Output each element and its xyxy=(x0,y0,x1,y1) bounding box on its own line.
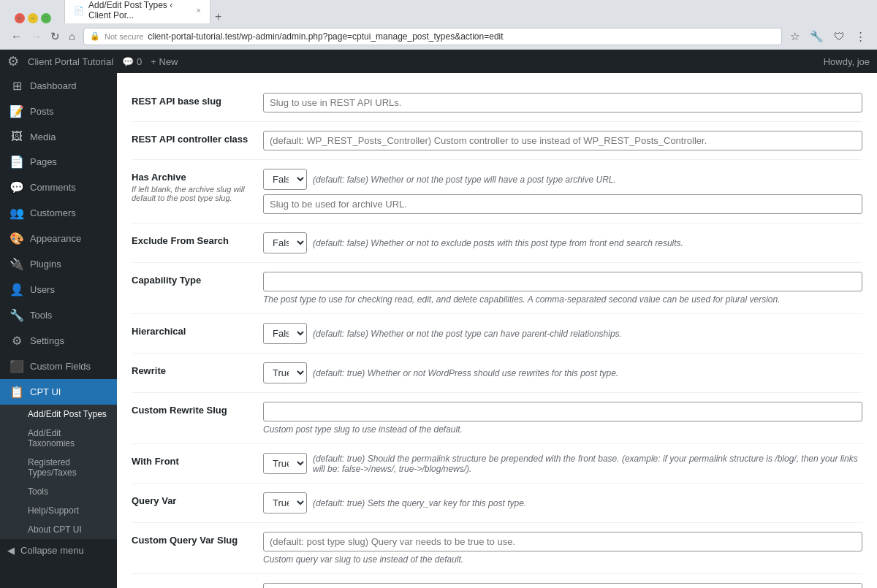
comment-icon: 💬 xyxy=(122,56,134,67)
browser-close-btn[interactable]: × xyxy=(15,13,25,23)
sidebar-label-settings: Settings xyxy=(30,335,64,346)
browser-tab[interactable]: 📄 Add/Edit Post Types ‹ Client Por... × xyxy=(64,0,210,23)
browser-max-btn[interactable]: □ xyxy=(41,13,51,23)
sidebar-item-plugins[interactable]: 🔌 Plugins xyxy=(0,251,117,277)
sidebar-label-customers: Customers xyxy=(30,207,76,218)
sidebar-label-appearance: Appearance xyxy=(30,233,81,244)
dashboard-icon: ⊞ xyxy=(10,79,24,93)
menu-position-row: Menu Position See Available options in t… xyxy=(132,574,862,588)
bookmark-btn[interactable]: ☆ xyxy=(786,28,803,45)
pages-icon: 📄 xyxy=(10,155,24,169)
exclude-from-search-select[interactable]: False True xyxy=(263,232,307,253)
sidebar-label-posts: Posts xyxy=(30,106,54,117)
capability-type-input[interactable]: post xyxy=(263,272,862,291)
sidebar-label-comments: Comments xyxy=(30,182,76,193)
sidebar-submenu-about[interactable]: About CPT UI xyxy=(0,520,117,539)
rewrite-select[interactable]: False True xyxy=(263,362,307,383)
tools-icon: 🔧 xyxy=(10,308,24,322)
rest-api-controller-row: REST API controller class xyxy=(132,122,862,160)
main-content: REST API base slug REST API controller c… xyxy=(117,73,877,588)
back-btn[interactable]: ← xyxy=(7,28,26,44)
sidebar-item-pages[interactable]: 📄 Pages xyxy=(0,149,117,175)
has-archive-select[interactable]: False True xyxy=(263,169,307,190)
hierarchical-row: Hierarchical False True (default: false)… xyxy=(132,314,862,354)
rest-api-base-slug-label: REST API base slug xyxy=(132,96,221,107)
custom-query-var-slug-input[interactable] xyxy=(263,532,862,551)
with-front-desc: (default: true) Should the permalink str… xyxy=(313,454,862,474)
wp-admin-bar: ⚙ Client Portal Tutorial 💬 0 + New Howdy… xyxy=(0,50,877,73)
capability-type-label: Capability Type xyxy=(132,275,201,286)
sidebar-item-cptui[interactable]: 📋 CPT UI xyxy=(0,379,117,405)
custom-rewrite-slug-row: Custom Rewrite Slug customers Custom pos… xyxy=(132,393,862,444)
site-name[interactable]: Client Portal Tutorial xyxy=(28,56,113,67)
reload-btn[interactable]: ↻ xyxy=(47,28,64,45)
appearance-icon: 🎨 xyxy=(10,232,24,245)
sidebar-submenu-registered[interactable]: Registered Types/Taxes xyxy=(0,453,117,482)
sidebar-label-media: Media xyxy=(30,131,56,142)
has-archive-slug-input[interactable] xyxy=(263,194,862,214)
capability-type-row: Capability Type post The post type to us… xyxy=(132,263,862,314)
address-bar[interactable]: 🔒 Not secure client-portal-tutorial.test… xyxy=(83,28,782,45)
custom-query-var-slug-desc: Custom query var slug to use instead of … xyxy=(263,554,862,565)
has-archive-desc: (default: false) Whether or not the post… xyxy=(313,175,616,185)
sidebar-item-tools[interactable]: 🔧 Tools xyxy=(0,302,117,328)
custom-rewrite-slug-input[interactable]: customers xyxy=(263,402,862,421)
menu-btn[interactable]: ⋮ xyxy=(851,28,870,45)
forward-btn[interactable]: → xyxy=(27,28,45,44)
query-var-label: Query Var xyxy=(132,495,176,506)
comment-count: 0 xyxy=(137,56,142,67)
sidebar-submenu-taxonomies[interactable]: Add/Edit Taxonomies xyxy=(0,424,117,453)
rewrite-label: Rewrite xyxy=(132,365,166,376)
hierarchical-desc: (default: false) Whether or not the post… xyxy=(313,329,622,339)
sidebar-submenu-label-tools: Tools xyxy=(28,486,48,497)
new-tab-btn[interactable]: + xyxy=(210,10,226,23)
extension1-btn[interactable]: 🔧 xyxy=(806,28,827,45)
sidebar-item-users[interactable]: 👤 Users xyxy=(0,277,117,302)
sidebar-item-settings[interactable]: ⚙ Settings xyxy=(0,328,117,354)
sidebar-submenu-help[interactable]: Help/Support xyxy=(0,501,117,520)
rest-api-base-slug-input[interactable] xyxy=(263,93,862,112)
wp-logo-icon: ⚙ xyxy=(7,53,19,69)
sidebar-item-posts[interactable]: 📝 Posts xyxy=(0,99,117,124)
sidebar-submenu-label-registered: Registered Types/Taxes xyxy=(28,457,77,478)
users-icon: 👤 xyxy=(10,283,24,297)
hierarchical-label: Hierarchical xyxy=(132,326,186,337)
sidebar-label-plugins: Plugins xyxy=(30,259,61,270)
sidebar: ⊞ Dashboard 📝 Posts 🖼 Media 📄 Pages 💬 Co… xyxy=(0,73,117,588)
rest-api-base-slug-row: REST API base slug xyxy=(132,84,862,122)
comment-bubble[interactable]: 💬 0 xyxy=(122,56,142,67)
sidebar-submenu-label-help: Help/Support xyxy=(28,505,79,516)
sidebar-item-media[interactable]: 🖼 Media xyxy=(0,124,117,149)
menu-position-input[interactable] xyxy=(263,583,862,588)
cptui-icon: 📋 xyxy=(10,385,24,399)
query-var-desc: (default: true) Sets the query_var key f… xyxy=(313,498,526,508)
sidebar-item-dashboard[interactable]: ⊞ Dashboard xyxy=(0,73,117,99)
security-label: Not secure xyxy=(105,32,143,41)
collapse-menu-btn[interactable]: ◀ Collapse menu xyxy=(0,539,117,562)
tab-title: Add/Edit Post Types ‹ Client Por... xyxy=(88,0,192,20)
new-item-btn[interactable]: + New xyxy=(151,56,178,67)
with-front-select[interactable]: False True xyxy=(263,453,307,474)
sidebar-item-custom-fields[interactable]: ⬛ Custom Fields xyxy=(0,354,117,379)
sidebar-item-comments[interactable]: 💬 Comments xyxy=(0,175,117,200)
sidebar-submenu-add-edit-post-types[interactable]: Add/Edit Post Types xyxy=(0,405,117,424)
custom-query-var-slug-label: Custom Query Var Slug xyxy=(132,535,238,546)
hierarchical-select[interactable]: False True xyxy=(263,323,307,344)
query-var-select[interactable]: False True xyxy=(263,492,307,513)
browser-min-btn[interactable]: − xyxy=(28,13,38,23)
home-btn[interactable]: ⌂ xyxy=(65,28,79,44)
sidebar-item-customers[interactable]: 👥 Customers xyxy=(0,200,117,226)
posts-icon: 📝 xyxy=(10,104,24,118)
rest-api-controller-input[interactable] xyxy=(263,131,862,150)
rewrite-desc: (default: true) Whether or not WordPress… xyxy=(313,368,618,378)
capability-type-desc: The post type to use for checking read, … xyxy=(263,294,862,305)
tab-close-btn[interactable]: × xyxy=(197,6,201,15)
extension2-btn[interactable]: 🛡 xyxy=(830,28,848,44)
sidebar-submenu-tools[interactable]: Tools xyxy=(0,482,117,501)
custom-fields-icon: ⬛ xyxy=(10,359,24,373)
custom-rewrite-slug-desc: Custom post type slug to use instead of … xyxy=(263,424,862,435)
sidebar-submenu-label-add-edit: Add/Edit Post Types xyxy=(28,409,107,419)
sidebar-label-dashboard: Dashboard xyxy=(30,80,77,91)
has-archive-label: Has Archive xyxy=(132,172,186,183)
sidebar-item-appearance[interactable]: 🎨 Appearance xyxy=(0,226,117,251)
